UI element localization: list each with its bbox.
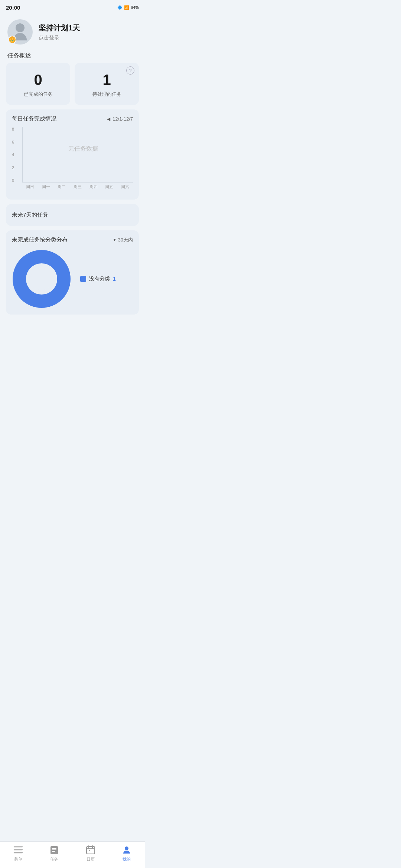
legend-item: 没有分类 1 — [80, 276, 133, 282]
stats-row: 0 已完成的任务 ? 1 待处理的任务 — [0, 63, 145, 109]
completed-count: 0 — [34, 72, 42, 88]
chart-nav[interactable]: ◀ 12/1-12/7 — [107, 116, 133, 122]
profile-title: 坚持计划1天 — [39, 23, 80, 33]
profile-info: 坚持计划1天 点击登录 — [39, 23, 80, 41]
chart-prev-arrow[interactable]: ◀ — [107, 116, 110, 122]
section-title: 任务概述 — [0, 49, 145, 63]
legend-dot — [80, 276, 86, 282]
status-icons: 🔷 📶 64% — [117, 5, 139, 10]
wifi-icon: 📶 — [124, 5, 129, 10]
help-icon[interactable]: ? — [126, 66, 134, 75]
chart-x-labels: 周日 周一 周二 周三 周四 周五 周六 — [22, 184, 133, 194]
distribution-filter[interactable]: ▼ 30天内 — [113, 237, 133, 243]
distribution-header: 未完成任务按分类分布 ▼ 30天内 — [12, 236, 133, 243]
avatar-head — [16, 23, 25, 32]
chart-date-range: 12/1-12/7 — [113, 116, 133, 122]
status-bar: 20:00 🔷 📶 64% — [0, 0, 145, 13]
distribution-content: 没有分类 1 — [12, 249, 133, 309]
signal-icon: 🔷 — [117, 5, 123, 10]
avatar-wrapper: 👑 — [7, 19, 33, 45]
legend-label: 没有分类 — [89, 276, 110, 282]
chart-card: 每日任务完成情况 ◀ 12/1-12/7 0 2 4 6 8 无任务数据 周日 … — [6, 109, 139, 200]
chart-no-data: 无任务数据 — [33, 127, 133, 171]
profile-subtitle: 点击登录 — [39, 34, 80, 41]
filter-label: 30天内 — [118, 237, 133, 243]
completed-label: 已完成的任务 — [24, 91, 53, 98]
pending-stat-card: ? 1 待处理的任务 — [75, 63, 139, 105]
completed-stat-card: 0 已完成的任务 — [6, 63, 70, 105]
profile-section[interactable]: 👑 坚持计划1天 点击登录 — [0, 13, 145, 49]
distribution-card: 未完成任务按分类分布 ▼ 30天内 没有分类 1 — [6, 230, 139, 315]
filter-arrow-icon: ▼ — [113, 238, 117, 242]
chart-y-labels: 0 2 4 6 8 — [12, 127, 14, 183]
pending-label: 待处理的任务 — [92, 91, 121, 98]
chart-title: 每日任务完成情况 — [12, 115, 56, 122]
donut-chart — [12, 249, 71, 309]
battery-icon: 64% — [131, 5, 139, 10]
crown-badge: 👑 — [8, 36, 16, 44]
chart-plot-area: 无任务数据 — [22, 127, 133, 183]
status-time: 20:00 — [6, 4, 20, 11]
chart-header: 每日任务完成情况 ◀ 12/1-12/7 — [12, 115, 133, 122]
legend-count: 1 — [113, 276, 116, 282]
pending-count: 1 — [102, 72, 111, 88]
future-tasks-title: 未来7天的任务 — [12, 211, 48, 218]
future-tasks-card: 未来7天的任务 — [6, 204, 139, 226]
legend-area: 没有分类 1 — [80, 276, 133, 282]
distribution-title: 未完成任务按分类分布 — [12, 236, 68, 243]
chart-area: 0 2 4 6 8 无任务数据 周日 周一 周二 周三 周四 周五 周六 — [12, 127, 133, 194]
svg-point-1 — [30, 268, 53, 290]
